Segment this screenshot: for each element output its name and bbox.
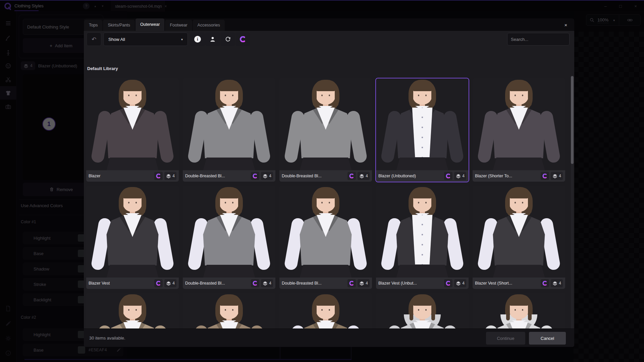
dialog-footer: 30 items available. Continue Cancel [84, 328, 574, 347]
layers-icon [552, 174, 557, 178]
card-label: Blazer [89, 174, 153, 178]
layers-icon [456, 281, 461, 286]
clothing-card-bar: Blazer Vest 4 [86, 278, 179, 289]
brand-logo-icon [156, 174, 161, 178]
card-label: Double-Breasted Bl... [282, 281, 346, 286]
layer-count-badge: 4 [454, 279, 466, 287]
card-label: Blazer (Unbuttoned) [378, 174, 442, 178]
clothing-card-image [376, 186, 469, 278]
layers-icon [263, 281, 268, 286]
person-icon [210, 36, 216, 42]
clothing-card[interactable]: Blazer (Shorter To... 4 [473, 78, 565, 182]
card-label: Blazer (Shorter To... [475, 174, 539, 178]
items-available-status: 30 items available. [89, 336, 125, 341]
brand-logo-icon [349, 174, 354, 178]
tab-outerwear[interactable]: Outerwear [136, 18, 164, 31]
clothing-card[interactable]: Blazer (Unbuttoned) 4 [376, 78, 469, 182]
brand-badge [347, 279, 356, 287]
layer-count-badge: 4 [164, 279, 176, 287]
layer-count-badge: 4 [358, 279, 370, 287]
clothing-library-dialog: TopsSkirts/PantsOuterwearFootwearAccesso… [84, 18, 574, 347]
card-label: Blazer Vest (Short... [475, 281, 539, 286]
layer-count-badge: 4 [261, 279, 273, 287]
tab-skirts-pants[interactable]: Skirts/Pants [103, 20, 135, 31]
brand-badge [541, 279, 549, 287]
brand-badge [154, 172, 163, 180]
item-info-button[interactable]: i [190, 33, 205, 46]
layers-icon [359, 174, 364, 178]
layer-count: 4 [366, 281, 368, 286]
brand-logo-icon [446, 174, 451, 178]
clothing-card[interactable]: Double-Breasted Bl... 4 [183, 186, 275, 289]
card-label: Blazer Vest [89, 281, 153, 286]
clothing-card-image [473, 78, 565, 170]
layers-icon [166, 281, 171, 286]
brand-badge [251, 172, 259, 180]
clothing-card[interactable]: Double-Breasted Bl... 4 [279, 78, 372, 182]
cancel-button[interactable]: Cancel [529, 332, 566, 345]
clothing-card-image [183, 78, 275, 170]
clothing-card-bar: Blazer 4 [86, 170, 179, 182]
refresh-button[interactable] [220, 33, 235, 46]
layer-count-badge: 4 [261, 172, 273, 180]
dialog-close-icon[interactable]: × [562, 21, 569, 28]
clothing-card-bar: Double-Breasted Bl... 4 [279, 170, 372, 182]
grid-scrollbar[interactable] [571, 75, 574, 341]
brand-logo-icon [542, 281, 547, 286]
card-label: Double-Breasted Bl... [282, 174, 346, 178]
card-label: Blazer Vest (Unbut... [378, 281, 442, 286]
layer-count: 4 [559, 174, 561, 178]
library-filter-dropdown[interactable]: Show All ▾ [103, 33, 188, 46]
brand-logo-icon [253, 281, 258, 286]
tab-accessories[interactable]: Accessories [193, 20, 225, 31]
clothing-card[interactable]: Double-Breasted Bl... 4 [183, 78, 275, 182]
chevron-down-icon: ▾ [181, 38, 183, 41]
tab-tops[interactable]: Tops [84, 20, 102, 31]
clothing-card[interactable]: Blazer Vest 4 [86, 186, 179, 289]
clothing-card-bar: Blazer (Shorter To... 4 [473, 170, 565, 182]
clothing-card[interactable]: Blazer Vest (Unbut... 4 [376, 186, 469, 289]
brand-badge [154, 279, 163, 287]
layers-icon [456, 174, 461, 178]
clothing-card[interactable]: Blazer 4 [86, 78, 179, 182]
card-label: Double-Breasted Bl... [185, 174, 249, 178]
brand-library-button[interactable] [235, 33, 250, 46]
clothing-grid: Blazer 4 Doubl [86, 75, 567, 341]
brand-badge [251, 279, 259, 287]
clothing-card-image [86, 186, 179, 278]
library-section-title: Default Library [87, 66, 118, 71]
layer-count: 4 [172, 174, 175, 178]
layer-count: 4 [462, 281, 465, 286]
filter-value: Show All [108, 37, 181, 42]
brand-logo-icon [349, 281, 354, 286]
brand-badge [347, 172, 356, 180]
card-label: Double-Breasted Bl... [185, 281, 249, 286]
layer-count-badge: 4 [454, 172, 466, 180]
clothing-card-bar: Double-Breasted Bl... 4 [183, 170, 275, 182]
clothing-card-bar: Blazer Vest (Unbut... 4 [376, 278, 469, 289]
model-preview-button[interactable] [205, 33, 220, 46]
tab-footwear[interactable]: Footwear [165, 20, 192, 31]
clothing-card-image [279, 186, 372, 278]
clothing-card-bar: Blazer (Unbuttoned) 4 [376, 170, 469, 182]
layer-count: 4 [462, 174, 465, 178]
layer-count: 4 [269, 174, 271, 178]
clothing-card-bar: Double-Breasted Bl... 4 [183, 278, 275, 289]
brand-logo-icon [240, 36, 246, 42]
layer-count-badge: 4 [358, 172, 370, 180]
clothing-card-image [473, 186, 565, 278]
clothing-card-image [279, 78, 372, 170]
layer-count: 4 [366, 174, 368, 178]
clothing-card[interactable]: Double-Breasted Bl... 4 [279, 186, 372, 289]
continue-button[interactable]: Continue [486, 332, 525, 345]
search-input[interactable] [511, 37, 570, 42]
brand-logo-icon [156, 281, 161, 286]
clothing-card[interactable]: Blazer Vest (Short... 4 [473, 186, 565, 289]
clothing-card-image [376, 78, 469, 170]
layer-count-badge: 4 [164, 172, 176, 180]
scrollbar-thumb[interactable] [571, 76, 574, 164]
undo-button[interactable]: ↶ [87, 33, 101, 46]
clothing-card-bar: Blazer Vest (Short... 4 [473, 278, 565, 289]
refresh-icon [225, 37, 231, 42]
layer-count: 4 [559, 281, 561, 286]
